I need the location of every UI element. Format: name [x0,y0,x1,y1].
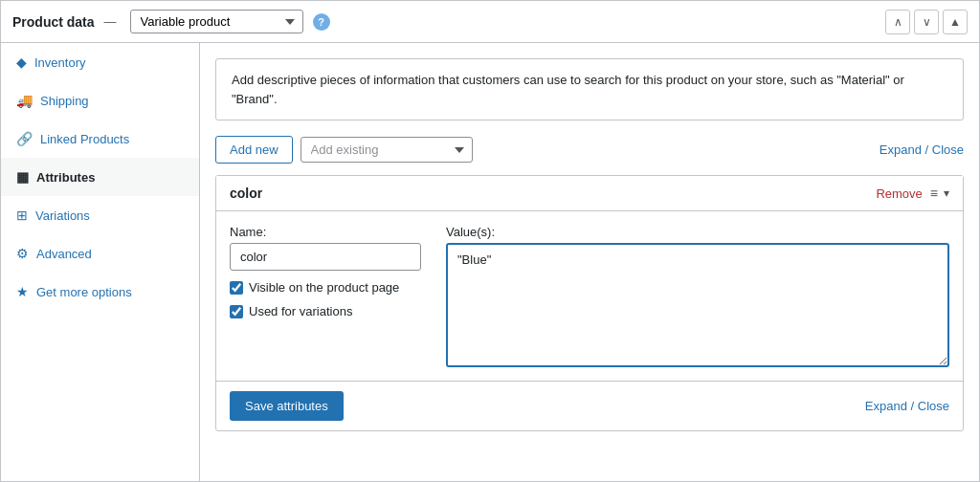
variations-label: Used for variations [249,304,352,318]
attribute-card-header: color Remove ≡ ▾ [216,176,963,211]
sidebar-item-label: Inventory [34,55,85,70]
attribute-card-body: Name: Visible on the product page Used f… [216,211,963,381]
sidebar-item-shipping[interactable]: 🚚 Shipping [1,81,199,120]
more-options-icon: ★ [16,284,29,299]
product-data-title: Product data [12,14,95,30]
expand-button[interactable]: ▲ [943,10,968,34]
visible-label: Visible on the product page [249,280,399,295]
visible-on-product-page-checkbox[interactable] [230,281,243,295]
attributes-icon: ▦ [16,169,29,185]
sidebar-item-get-more-options[interactable]: ★ Get more options [1,273,199,311]
inventory-icon: ◆ [16,55,27,70]
menu-icon[interactable]: ≡ [930,186,938,201]
advanced-icon: ⚙ [16,246,29,261]
attribute-card-footer: Save attributes Expand / Close [216,381,963,430]
chevron-down-icon[interactable]: ▾ [944,186,949,200]
sidebar-item-advanced[interactable]: ⚙ Advanced [1,234,199,273]
product-data-header: Product data — Simple productVariable pr… [1,1,979,43]
sidebar-item-label: Shipping [40,94,89,108]
sidebar-item-attributes[interactable]: ▦ Attributes [1,158,199,196]
name-field-group: Name: [230,225,431,271]
sidebar-item-label: Advanced [36,247,92,261]
remove-attribute-button[interactable]: Remove [876,186,922,201]
expand-close-top-link[interactable]: Expand / Close [880,142,964,157]
collapse-down-button[interactable]: ∨ [914,10,939,34]
expand-close-bottom-link[interactable]: Expand / Close [865,399,949,413]
sidebar: ◆ Inventory 🚚 Shipping 🔗 Linked Products… [1,43,200,481]
info-text: Add descriptive pieces of information th… [232,73,904,106]
attribute-name-input[interactable] [230,243,421,271]
add-new-button[interactable]: Add new [215,136,293,164]
save-attributes-button[interactable]: Save attributes [230,391,344,421]
name-label: Name: [230,225,431,239]
product-data-panel: Product data — Simple productVariable pr… [0,0,980,482]
shipping-icon: 🚚 [16,93,33,108]
attribute-card-color: color Remove ≡ ▾ Name: Visible o [215,175,964,431]
collapse-up-button[interactable]: ∧ [885,10,910,34]
add-existing-select[interactable]: Add existing [301,137,473,163]
main-content: Add descriptive pieces of information th… [200,43,979,481]
header-controls: ∧ ∨ ▲ [885,10,968,34]
values-textarea[interactable]: "Blue" [446,243,949,367]
link-icon: 🔗 [16,131,33,146]
sidebar-item-inventory[interactable]: ◆ Inventory [1,43,199,81]
sidebar-item-label: Linked Products [40,132,129,146]
sidebar-item-label: Get more options [36,285,132,299]
sidebar-item-linked-products[interactable]: 🔗 Linked Products [1,120,199,158]
attribute-name-label: color [230,186,876,201]
sidebar-item-label: Attributes [36,170,95,185]
attribute-right-column: Value(s): "Blue" [446,225,949,367]
attribute-left-column: Name: Visible on the product page Used f… [230,225,431,318]
help-icon[interactable]: ? [313,13,330,31]
values-label: Value(s): [446,225,949,239]
variations-checkbox-row: Used for variations [230,304,431,318]
attributes-info-box: Add descriptive pieces of information th… [215,58,964,120]
sidebar-item-variations[interactable]: ⊞ Variations [1,196,199,234]
product-data-body: ◆ Inventory 🚚 Shipping 🔗 Linked Products… [1,43,979,481]
product-type-select[interactable]: Simple productVariable productGrouped pr… [130,10,303,33]
sidebar-item-label: Variations [35,208,90,223]
header-separator: — [104,14,117,29]
variations-icon: ⊞ [16,208,28,223]
used-for-variations-checkbox[interactable] [230,305,243,318]
visible-checkbox-row: Visible on the product page [230,280,431,295]
attributes-toolbar: Add new Add existing Expand / Close [215,136,964,164]
